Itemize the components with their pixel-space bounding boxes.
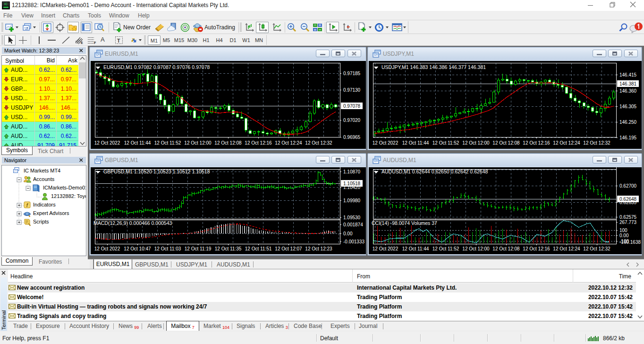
svg-text:12 Oct 10:47: 12 Oct 10:47 [124,246,151,251]
svg-text:0.00: 0.00 [619,233,629,238]
svg-text:146.415: 146.415 [619,72,637,77]
svg-text:0.62575: 0.62575 [619,215,637,220]
svg-text:12 Oct 12:16: 12 Oct 12:16 [245,140,272,146]
svg-text:12 Oct 11:44: 12 Oct 11:44 [402,140,429,146]
svg-text:12 Oct 2022: 12 Oct 2022 [373,140,398,146]
svg-text:1.10870: 1.10870 [343,169,361,174]
svg-text:12 Oct 12:32: 12 Oct 12:32 [305,140,332,146]
svg-text:0.97078: 0.97078 [343,103,361,109]
svg-text:12 Oct 2022: 12 Oct 2022 [94,140,120,146]
svg-text:0.62700: 0.62700 [619,183,637,189]
svg-text:146.305: 146.305 [619,104,637,109]
svg-text:12 Oct 12:08: 12 Oct 12:08 [492,246,520,251]
svg-text:IC: IC [4,2,8,6]
svg-text:GBPUSD,M1 1.10520 1.10523 1.1: GBPUSD,M1 1.10520 1.10523 1.10512 1.1051… [103,169,210,174]
svg-text:12 Oct 12:16: 12 Oct 12:16 [523,140,550,146]
svg-text:1.09980: 1.09980 [343,198,361,203]
svg-text:12 Oct 12:00: 12 Oct 12:00 [462,246,490,251]
svg-text:T: T [117,38,120,43]
svg-text:E: E [81,41,83,44]
svg-text:0.96965: 0.96965 [343,135,361,140]
svg-text:12 Oct 12:16: 12 Oct 12:16 [523,246,550,251]
svg-text:0.97020: 0.97020 [343,118,361,123]
svg-text:146.250: 146.250 [619,120,637,125]
svg-text:12 Oct 12:23: 12 Oct 12:23 [305,246,332,251]
svg-text:12 Oct 2022: 12 Oct 2022 [373,246,398,251]
svg-text:0.62648: 0.62648 [619,197,637,202]
svg-text:-0.001333: -0.001333 [343,239,364,244]
svg-text:-160.1638: -160.1638 [619,240,641,245]
svg-text:12 Oct 11:03: 12 Oct 11:03 [154,246,181,251]
svg-text:12 Oct 11:52: 12 Oct 11:52 [432,246,459,251]
svg-text:100: 100 [619,228,627,233]
svg-text:12 Oct 11:44: 12 Oct 11:44 [124,140,151,146]
svg-text:12 Oct 11:44: 12 Oct 11:44 [402,246,429,251]
svg-text:0.001874: 0.001874 [343,222,363,227]
svg-text:12 Oct 11:52: 12 Oct 11:52 [432,140,459,146]
svg-text:12 Oct 12:00: 12 Oct 12:00 [184,140,212,146]
svg-text:CCI(14) -98.0074 Volumes 37: CCI(14) -98.0074 Volumes 37 [372,220,437,226]
svg-text:146.195: 146.195 [619,135,637,140]
svg-text:MACD(12,26,9) 0.000466 0.00054: MACD(12,26,9) 0.000466 0.000543 [93,220,172,226]
svg-text:267.773: 267.773 [619,220,637,225]
svg-text:USDJPY,M1 146.383 146.386 146: USDJPY,M1 146.383 146.386 146.377 146.38… [381,64,486,70]
svg-text:1.09530: 1.09530 [343,215,361,220]
svg-text:0.00: 0.00 [343,231,353,236]
svg-text:146.381: 146.381 [619,81,637,86]
svg-text:AUDUSD,M1 0.62644 0.62650 0.6: AUDUSD,M1 0.62644 0.62650 0.62642 0.6264… [381,169,488,174]
svg-text:12 Oct 12:24: 12 Oct 12:24 [553,140,580,146]
svg-text:12 Oct 12:32: 12 Oct 12:32 [583,246,610,251]
svg-text:12 Oct 12:08: 12 Oct 12:08 [492,140,520,146]
svg-text:12 Oct 12:00: 12 Oct 12:00 [462,140,490,146]
svg-text:EURUSD,M1 0.97082 0.97087 0.9: EURUSD,M1 0.97082 0.97087 0.97076 0.9707… [103,64,210,70]
svg-text:12 Oct 11:35: 12 Oct 11:35 [215,246,242,251]
svg-text:12 Oct 2022: 12 Oct 2022 [94,246,120,251]
svg-text:12 Oct 12:08: 12 Oct 12:08 [214,140,242,146]
svg-text:0.97185: 0.97185 [343,71,361,76]
svg-text:1.10518: 1.10518 [343,181,361,186]
svg-text:146.360: 146.360 [619,88,637,94]
svg-text:0.97130: 0.97130 [343,87,361,93]
svg-text:12 Oct 12:07: 12 Oct 12:07 [275,246,302,251]
svg-text:12 Oct 11:19: 12 Oct 11:19 [185,246,212,251]
svg-text:12 Oct 12:32: 12 Oct 12:32 [583,140,610,146]
svg-text:12 Oct 12:24: 12 Oct 12:24 [275,140,302,146]
svg-text:12 Oct 12:24: 12 Oct 12:24 [553,246,580,251]
svg-text:F: F [94,41,96,44]
svg-text:12 Oct 11:52: 12 Oct 11:52 [154,140,181,146]
svg-text:12 Oct 11:51: 12 Oct 11:51 [245,246,272,251]
